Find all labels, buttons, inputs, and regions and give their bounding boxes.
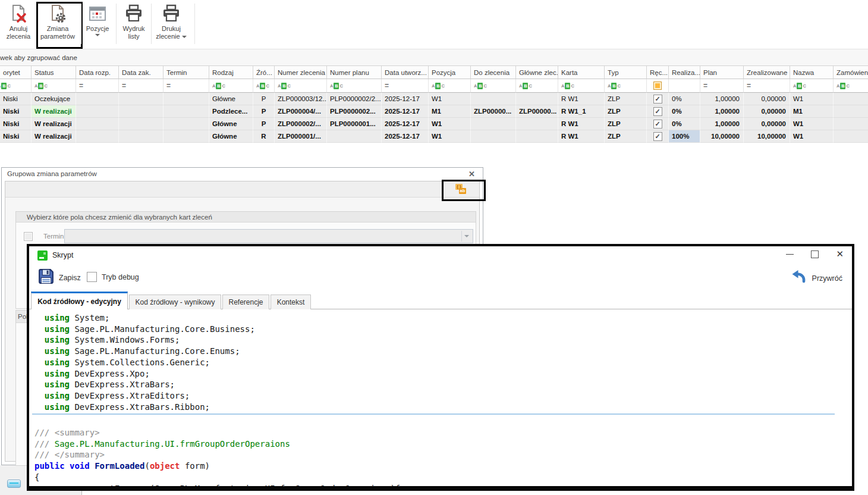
filter-cell[interactable]: ABC [0, 79, 32, 93]
table-cell[interactable] [76, 118, 119, 130]
table-cell[interactable] [471, 93, 516, 105]
table-cell[interactable] [119, 105, 163, 118]
table-cell[interactable] [76, 130, 119, 143]
row-checkbox[interactable]: ✓ [653, 107, 662, 116]
column-header[interactable]: orytet [0, 65, 32, 79]
table-cell[interactable]: ✓ [647, 105, 669, 118]
filter-cell[interactable]: = [744, 79, 790, 93]
table-cell[interactable]: Główne [209, 118, 253, 130]
column-header[interactable]: Do zlecenia [471, 65, 516, 79]
table-cell[interactable] [76, 105, 119, 118]
filter-cell[interactable]: ABC [429, 79, 471, 93]
table-cell[interactable]: R W1_1 [558, 105, 605, 118]
table-cell[interactable]: Niski [0, 93, 32, 105]
table-cell[interactable]: Główne [209, 93, 253, 105]
tab-source-code-result[interactable]: Kod źródłowy - wynikowy [129, 295, 221, 309]
column-header[interactable]: Plan [700, 65, 744, 79]
filter-cell[interactable]: = [163, 79, 209, 93]
table-cell[interactable] [834, 105, 868, 118]
table-cell[interactable]: ZLP00000... [471, 105, 516, 118]
table-cell[interactable]: R W1 [558, 130, 605, 143]
table-cell[interactable] [516, 130, 558, 143]
filter-cell[interactable]: ABC [790, 79, 834, 93]
table-cell[interactable]: Oczekujące [32, 93, 76, 105]
debug-checkbox[interactable] [87, 272, 97, 282]
table-cell[interactable]: P [253, 105, 275, 118]
table-cell[interactable]: 2025-12-17 [382, 93, 429, 105]
tab-context[interactable]: Kontekst [271, 295, 311, 309]
table-cell[interactable]: 0% [669, 93, 700, 105]
table-cell[interactable]: P [253, 118, 275, 130]
table-cell[interactable]: P [253, 93, 275, 105]
table-cell[interactable]: ZLP [605, 93, 647, 105]
table-cell[interactable]: Główne [209, 130, 253, 143]
column-header[interactable]: Nazwa [790, 65, 834, 79]
column-header[interactable]: Zamówienia [834, 65, 868, 79]
script-parameters-icon[interactable]: { } ab [455, 184, 466, 195]
table-cell[interactable]: Niski [0, 130, 32, 143]
code-editor[interactable]: using System; using Sage.PL.Manufacturin… [32, 310, 849, 486]
table-cell[interactable] [471, 130, 516, 143]
column-header[interactable]: Termin [163, 65, 209, 79]
debug-mode-toggle[interactable]: Tryb debug [87, 272, 139, 282]
table-cell[interactable]: 1,00000 [700, 118, 744, 130]
filter-cell[interactable]: ABC [516, 79, 558, 93]
filter-cell[interactable] [647, 79, 669, 93]
column-header[interactable]: Zrealizowane [744, 65, 790, 79]
table-cell[interactable]: 1,00000 [700, 105, 744, 118]
filter-cell[interactable]: ABC [471, 79, 516, 93]
termin-combobox[interactable] [64, 229, 473, 243]
column-header[interactable]: Status [32, 65, 76, 79]
cancel-order-button[interactable]: Anulujzlecenia [2, 3, 34, 46]
table-cell[interactable]: 2025-12-17 [382, 105, 429, 118]
table-cell[interactable] [163, 118, 209, 130]
table-cell[interactable]: 10,00000 [700, 130, 744, 143]
save-button[interactable]: Zapisz [37, 267, 81, 288]
table-cell[interactable]: W realizacji [32, 130, 76, 143]
print-list-button[interactable]: Wydruklisty [118, 3, 150, 46]
table-cell[interactable]: W1 [429, 93, 471, 105]
table-cell[interactable] [834, 93, 868, 105]
column-header[interactable]: Pozycja [429, 65, 471, 79]
table-cell[interactable]: W1 [790, 118, 834, 130]
table-cell[interactable] [119, 130, 163, 143]
filter-cell[interactable]: ABC [209, 79, 253, 93]
table-cell[interactable]: ZLP000003/12... [275, 93, 327, 105]
table-cell[interactable] [834, 118, 868, 130]
table-cell[interactable]: W realizacji [32, 118, 76, 130]
filter-cell[interactable]: = [700, 79, 744, 93]
table-cell[interactable]: ZLP [605, 118, 647, 130]
table-cell[interactable] [471, 118, 516, 130]
table-cell[interactable]: 2025-12-17 [382, 130, 429, 143]
table-cell[interactable]: Podzlece... [209, 105, 253, 118]
restore-button[interactable]: Przywróć [790, 269, 842, 287]
table-cell[interactable]: 0,00000 [744, 93, 790, 105]
table-cell[interactable]: 0% [669, 118, 700, 130]
table-cell[interactable] [163, 105, 209, 118]
column-header[interactable]: Numer planu [327, 65, 382, 79]
table-cell[interactable]: 1,00000 [700, 93, 744, 105]
filter-cell[interactable] [669, 79, 700, 93]
print-order-button[interactable]: Drukujzlecenie [152, 3, 190, 46]
column-header[interactable]: Główne zlec... [516, 65, 558, 79]
column-header[interactable]: Źró... [253, 65, 275, 79]
row-checkbox[interactable]: ✓ [653, 95, 662, 104]
table-cell[interactable]: 0% [669, 105, 700, 118]
table-cell[interactable]: ZLP000002/... [275, 118, 327, 130]
table-cell[interactable]: W1 [429, 118, 471, 130]
table-cell[interactable] [163, 130, 209, 143]
table-cell[interactable]: W realizacji [32, 105, 76, 118]
column-header[interactable]: Numer zlecenia [275, 65, 327, 79]
table-cell[interactable]: 0,00000 [744, 118, 790, 130]
filter-cell[interactable]: ABC [275, 79, 327, 93]
table-cell[interactable] [516, 93, 558, 105]
change-parameters-button[interactable]: Zmianaparametrów [38, 3, 77, 46]
positions-button[interactable]: Pozycje [83, 3, 112, 46]
table-cell[interactable]: 100% [669, 130, 700, 143]
column-header[interactable]: Typ [605, 65, 647, 79]
filter-cell[interactable]: = [119, 79, 163, 93]
table-cell[interactable]: W1 [429, 130, 471, 143]
table-cell[interactable]: ZLP000004/... [275, 105, 327, 118]
table-cell[interactable] [119, 93, 163, 105]
column-header[interactable]: Rodzaj [209, 65, 253, 79]
